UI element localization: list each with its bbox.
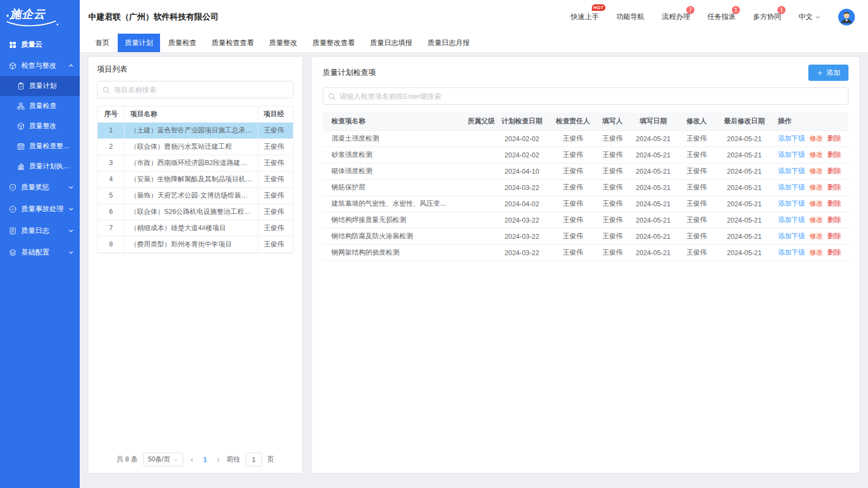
cell-project-name: （安装）生物降解聚酯及其制品项目机电安装工程 <box>125 172 258 188</box>
delete-link[interactable]: 删除 <box>827 248 841 257</box>
modify-link[interactable]: 修改 <box>809 232 823 241</box>
chevron-down-icon <box>68 227 74 234</box>
plan-item-search-input[interactable] <box>323 87 848 105</box>
cell-plan-date: 2024-03-22 <box>495 184 549 192</box>
sidebar-group-check-rectify[interactable]: 检查与整改 <box>0 55 80 76</box>
table-row[interactable]: 1 （土建）蓝色智谷产业园项目施工总承包工程 王俊伟 <box>98 123 293 139</box>
topnav-item-label: 功能导航 <box>616 12 644 21</box>
page-number[interactable]: 1 <box>201 455 209 464</box>
table-row[interactable]: 砂浆强度检测 2024-02-02 王俊伟 王俊伟 2024-05-21 王俊伟… <box>323 147 848 163</box>
delete-link[interactable]: 删除 <box>827 183 841 192</box>
delete-link[interactable]: 删除 <box>827 199 841 208</box>
prev-page-button[interactable] <box>189 457 195 463</box>
page-size-select[interactable]: 50条/页 <box>143 453 184 466</box>
tab[interactable]: 质量检查查看 <box>205 34 261 52</box>
project-list-panel: 项目列表 序号 项目名称 项目经理 1 （土建）蓝色 <box>88 57 302 473</box>
modify-link[interactable]: 修改 <box>809 183 823 192</box>
cell-item-name: 砌体强度检测 <box>323 167 451 176</box>
add-child-link[interactable]: 添加下级 <box>778 150 805 160</box>
logo-dot <box>7 15 9 17</box>
table-row[interactable]: 砌体强度检测 2024-04-10 王俊伟 王俊伟 2024-05-21 王俊伟… <box>323 163 848 180</box>
sidebar-item-plan-execution-tracking[interactable]: 质量计划执行跟踪 <box>0 156 80 176</box>
sidebar-item-quality-plan[interactable]: 质量计划 <box>0 76 80 96</box>
tab[interactable]: 质量整改 <box>262 34 304 52</box>
add-child-link[interactable]: 添加下级 <box>778 232 805 241</box>
add-child-link[interactable]: 添加下级 <box>778 167 805 176</box>
table-row[interactable]: 3 （市政）西南循环经济园B2段道路建设工程 王俊伟 <box>98 155 293 172</box>
delete-link[interactable]: 删除 <box>827 150 841 160</box>
sidebar-item-quality-rectify[interactable]: 质量整改 <box>0 116 80 136</box>
delete-link[interactable]: 删除 <box>827 167 841 176</box>
table-row[interactable]: 钢结构防腐及防火涂装检测 2024-03-22 王俊伟 王俊伟 2024-05-… <box>323 229 848 245</box>
cell-filler: 王俊伟 <box>597 150 628 160</box>
delete-link[interactable]: 删除 <box>827 216 841 225</box>
table-row[interactable]: 8 （费用类型）郑州冬青街中学项目 王俊伟 <box>98 237 293 253</box>
sidebar-item-quality-accident[interactable]: 质量事故处理 <box>0 198 80 220</box>
project-search-input[interactable] <box>97 81 293 98</box>
topnav-item[interactable]: HOT 1 多方协同 <box>753 12 781 22</box>
plan-items-panel: 质量计划检查项 添加 检查项名称 所属父级 计划检查日期 检查责任人 <box>312 57 859 473</box>
cell-plan-date: 2024-04-10 <box>495 168 549 175</box>
add-child-link[interactable]: 添加下级 <box>778 199 805 208</box>
table-row[interactable]: 混凝土强度检测 2024-02-02 王俊伟 王俊伟 2024-05-21 王俊… <box>323 131 848 147</box>
topnav-item[interactable]: HOT 1 任务指派 <box>707 12 736 22</box>
add-child-link[interactable]: 添加下级 <box>778 248 805 257</box>
top-right-nav: HOT 快速上手 HOT 功能导航 HOT 7 流程办理 HOT <box>571 9 855 26</box>
tab[interactable]: 质量整改查看 <box>305 34 362 52</box>
topnav-item[interactable]: HOT 功能导航 <box>616 12 644 22</box>
sidebar-item-quality-check[interactable]: 质量检查 <box>0 96 80 116</box>
avatar[interactable] <box>838 9 855 26</box>
sidebar-item-basic-config[interactable]: 基础配置 <box>0 242 80 263</box>
tab-label: 质量计划 <box>125 38 153 48</box>
next-page-button[interactable] <box>215 457 221 463</box>
cell-project-name: （联合体）曹杨污水泵站迁建工程 <box>125 139 258 155</box>
topnav-item-label: 流程办理 <box>662 12 690 21</box>
cell-project-name: （装饰）天府艺术公园·文博坊场馆装饰及幕墙工程 <box>125 188 258 204</box>
cell-project-name: （土建）蓝色智谷产业园项目施工总承包工程 <box>125 123 258 139</box>
cell-responsible: 王俊伟 <box>549 134 597 143</box>
cell-filler: 王俊伟 <box>597 167 628 176</box>
chart-icon <box>17 162 25 170</box>
cell-filler: 王俊伟 <box>597 183 628 192</box>
table-row[interactable]: 建筑幕墙的气密性、水密性、风压变形性能、... 2024-04-02 王俊伟 王… <box>323 196 848 212</box>
table-row[interactable]: 6 （联合体）S26公路机电设施整治工程项目 王俊伟 <box>98 204 293 220</box>
sidebar-item-check-rectify-tracking[interactable]: 质量检查整改跟踪 <box>0 136 80 156</box>
add-child-link[interactable]: 添加下级 <box>778 134 805 143</box>
tab[interactable]: 质量日志月报 <box>420 34 477 52</box>
modify-link[interactable]: 修改 <box>809 134 823 143</box>
tab[interactable]: 首页 <box>88 34 117 52</box>
column-header-parent: 所属父级 <box>451 117 495 126</box>
tab[interactable]: 质量日志填报 <box>363 34 419 52</box>
cell-actions: 添加下级 修改 删除 <box>774 150 848 160</box>
table-row[interactable]: 钢结构焊接质量无损检测 2024-03-22 王俊伟 王俊伟 2024-05-2… <box>323 212 848 229</box>
modify-link[interactable]: 修改 <box>809 216 823 225</box>
sidebar-item-quality-rewards[interactable]: 质量奖惩 <box>0 176 80 198</box>
table-row[interactable]: 7 （精细成本）雄楚大道4#楼项目 王俊伟 <box>98 220 293 237</box>
tab[interactable]: 质量计划 <box>118 34 160 52</box>
plus-icon <box>816 69 824 77</box>
delete-link[interactable]: 删除 <box>827 134 841 143</box>
modify-link[interactable]: 修改 <box>809 150 823 160</box>
cell-modifier: 王俊伟 <box>678 248 715 257</box>
sidebar-item-quality-log[interactable]: 质量日志 <box>0 220 80 242</box>
add-child-link[interactable]: 添加下级 <box>778 216 805 225</box>
language-selector[interactable]: 中文 <box>799 12 821 22</box>
cell-modified-date: 2024-05-21 <box>715 200 774 208</box>
add-child-link[interactable]: 添加下级 <box>778 183 805 192</box>
goto-page-input[interactable] <box>246 453 262 466</box>
delete-link[interactable]: 删除 <box>827 232 841 241</box>
topnav-item[interactable]: HOT 7 流程办理 <box>662 12 690 22</box>
add-button[interactable]: 添加 <box>808 65 848 81</box>
sidebar-item-quality-cloud[interactable]: 质量云 <box>0 34 80 55</box>
topnav-item[interactable]: HOT 快速上手 <box>571 12 599 22</box>
modify-link[interactable]: 修改 <box>809 167 823 176</box>
modify-link[interactable]: 修改 <box>809 248 823 257</box>
table-row[interactable]: 2 （联合体）曹杨污水泵站迁建工程 王俊伟 <box>98 139 293 155</box>
table-row[interactable]: 5 （装饰）天府艺术公园·文博坊场馆装饰及幕墙工程 王俊伟 <box>98 188 293 204</box>
tab[interactable]: 质量检查 <box>161 34 203 52</box>
add-button-label: 添加 <box>826 68 840 78</box>
table-row[interactable]: 钢筋保护层 2024-03-22 王俊伟 王俊伟 2024-05-21 王俊伟 … <box>323 180 848 196</box>
table-row[interactable]: 4 （安装）生物降解聚酯及其制品项目机电安装工程 王俊伟 <box>98 172 293 188</box>
table-row[interactable]: 钢网架结构的挠度检测 2024-03-22 王俊伟 王俊伟 2024-05-21… <box>323 245 848 261</box>
modify-link[interactable]: 修改 <box>809 199 823 208</box>
